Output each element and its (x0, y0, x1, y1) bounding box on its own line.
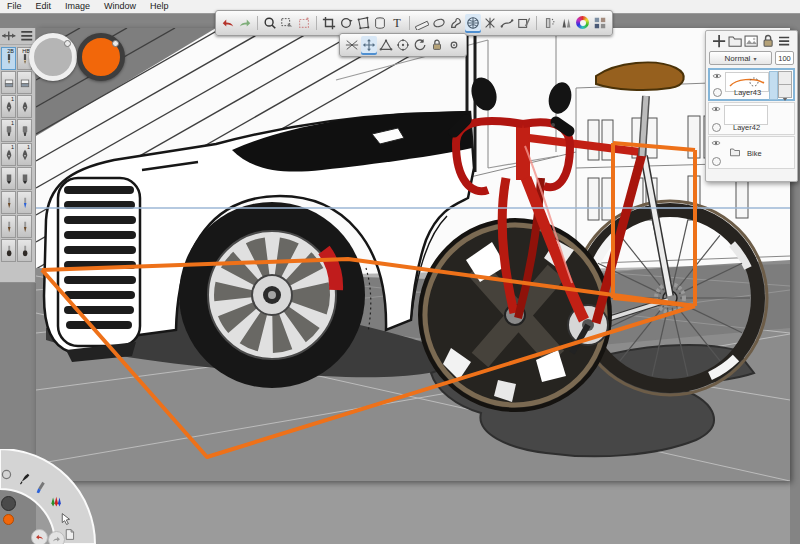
brush-preset-round-brush-16[interactable] (1, 239, 16, 262)
paintbrush-icon (3, 219, 15, 235)
menu-item-file[interactable]: File (0, 0, 29, 13)
fill-bucket-button[interactable] (372, 14, 388, 33)
magnifier-button[interactable] (262, 14, 278, 33)
layer-opacity-strip[interactable] (769, 71, 778, 100)
persp-2pt-button[interactable] (378, 36, 394, 55)
brush-pair-button[interactable] (558, 14, 574, 33)
brush-preset-paintbrush-15[interactable] (17, 215, 32, 238)
menu-item-help[interactable]: Help (143, 0, 176, 13)
brush-pair-icon (559, 16, 573, 30)
persp-2pt-icon (379, 38, 393, 52)
undo-arrow-button[interactable] (220, 14, 236, 33)
shape-pen-icon (517, 16, 531, 30)
paintbrush-icon (3, 195, 15, 211)
blend-mode-dropdown[interactable]: Normal ▾ (709, 51, 772, 65)
layer-opacity-field[interactable]: 100 (775, 51, 794, 65)
svg-text:T: T (393, 16, 401, 30)
eye-icon[interactable] (711, 138, 721, 148)
vanish-point-button[interactable] (446, 36, 462, 55)
layer-row-bike[interactable]: Bike (708, 136, 795, 169)
transform-rotate-button[interactable] (338, 14, 354, 33)
mini-color-dot[interactable] (3, 514, 14, 525)
symmetry-tool-icon (483, 16, 497, 30)
ellipse-guide-button[interactable] (431, 14, 447, 33)
mini-brush-puck[interactable] (1, 496, 16, 511)
layer-lock-button[interactable] (778, 84, 792, 98)
lagoon-loupe-button[interactable] (0, 468, 13, 481)
lagoon-brush-blue-button[interactable] (35, 481, 48, 494)
brush-preset-calligraphy-10[interactable] (1, 167, 16, 190)
layer-spinner[interactable] (778, 71, 792, 85)
symmetry-tool-button[interactable] (482, 14, 498, 33)
image-button[interactable] (743, 33, 759, 49)
text-tool-button[interactable]: T (389, 14, 405, 33)
lock-button[interactable] (429, 36, 445, 55)
perspective-tool-button[interactable] (465, 14, 481, 33)
brush-preset-eraser-3[interactable] (17, 71, 32, 94)
transform-button[interactable] (0, 27, 18, 45)
canvas-drawing-area[interactable] (36, 28, 790, 481)
menu-item-window[interactable]: Window (97, 0, 143, 13)
pen-nib-icon (19, 99, 31, 115)
lagoon-undo-button[interactable] (31, 529, 48, 544)
calligraphy-icon (3, 171, 15, 187)
lagoon-ink-pen-button[interactable] (18, 472, 31, 485)
rotate-c-button[interactable] (412, 36, 428, 55)
vanishing-point-marker (551, 123, 555, 127)
folder-button[interactable] (727, 33, 743, 49)
brush-preset-2b-0[interactable]: 2B (1, 47, 16, 70)
brush-preset-1-4[interactable]: 1 (1, 95, 16, 118)
saddle (596, 62, 684, 90)
chevron-down-icon: ▾ (753, 55, 756, 62)
lagoon-brush-multi-button[interactable] (49, 495, 62, 508)
copic-swatches-button[interactable] (592, 14, 608, 33)
brush-label: 2B (7, 48, 14, 54)
round-brush-icon (19, 243, 31, 259)
layer-radio[interactable] (713, 88, 722, 97)
move-tool-button[interactable] (361, 36, 377, 55)
rect-select-button[interactable] (279, 14, 295, 33)
lagoon-cursor-button[interactable] (59, 512, 72, 525)
brush-preset-paintbrush-14[interactable] (1, 215, 16, 238)
toolbar-separator (257, 16, 258, 30)
layer-radio[interactable] (712, 157, 721, 166)
layer-radio[interactable] (712, 123, 721, 132)
brush-preset-paintbrush-blue-13[interactable] (17, 191, 32, 214)
lagoon-redo-button[interactable] (48, 531, 65, 544)
brush-preset-eraser-2[interactable] (1, 71, 16, 94)
color-wheel-button[interactable] (575, 14, 591, 33)
menu-item-edit[interactable]: Edit (29, 0, 59, 13)
ruler-button[interactable] (414, 14, 430, 33)
distort-button[interactable] (355, 14, 371, 33)
menu-lines-button[interactable] (18, 27, 36, 45)
persp-3pt-button[interactable] (395, 36, 411, 55)
magic-select-button[interactable] (296, 14, 312, 33)
brush-preset-1-9[interactable]: 1 (17, 143, 32, 166)
menu-item-image[interactable]: Image (58, 0, 97, 13)
redo-circle-icon (51, 534, 62, 544)
brush-preset-calligraphy-11[interactable] (17, 167, 32, 190)
brush-preset-paintbrush-12[interactable] (1, 191, 16, 214)
redo-arrow-button[interactable] (237, 14, 253, 33)
fill-bucket-icon (373, 16, 387, 30)
lock-button[interactable] (760, 33, 776, 49)
brush-preset-1-6[interactable]: 1 (1, 119, 16, 142)
crop-button[interactable] (321, 14, 337, 33)
eye-icon[interactable] (711, 104, 721, 114)
layer-row-layer43[interactable]: Layer43 (708, 68, 795, 101)
brush-preset-pen-nib-5[interactable] (17, 95, 32, 118)
french-curve-button[interactable] (448, 14, 464, 33)
persp-1pt-button[interactable] (344, 36, 360, 55)
shape-pen-button[interactable] (516, 14, 532, 33)
brush-puck[interactable] (29, 33, 77, 81)
airbrush-button[interactable] (541, 14, 557, 33)
add-layer-button[interactable] (711, 33, 727, 49)
polyline-tool-button[interactable] (499, 14, 515, 33)
brush-preset-marker-7[interactable] (17, 119, 32, 142)
menu-lines-button[interactable] (776, 33, 792, 49)
brush-preset-1-8[interactable]: 1 (1, 143, 16, 166)
layer-row-layer42[interactable]: Layer42 (708, 102, 795, 135)
brush-preset-round-brush-17[interactable] (17, 239, 32, 262)
color-puck[interactable] (77, 33, 125, 81)
eye-icon[interactable] (712, 71, 722, 81)
